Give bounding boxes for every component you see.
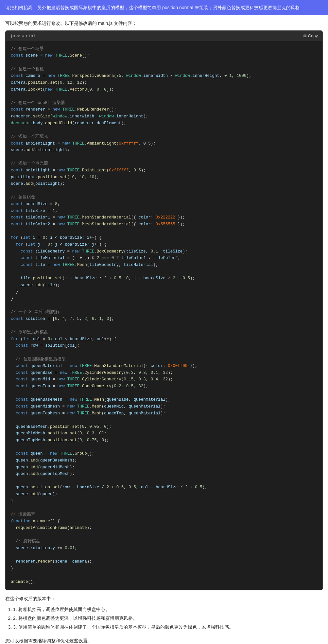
- intro-text: 可以按照您的要求进行修改。以下是修改后的 main.js 文件内容：: [0, 15, 328, 30]
- code-lang: javascript: [10, 33, 36, 38]
- summary-list: 1. 将相机抬高，调整位置并使其面向棋盘中心。 2. 将棋盘的颜色调整为更深，以…: [0, 604, 328, 634]
- summary-intro: 在这个修改后的版本中：: [0, 590, 328, 604]
- copy-button[interactable]: ⧉ Copy: [303, 33, 318, 39]
- prompt-banner: 请把相机抬高，另外把皇后替换成国际象棋中的皇后的模型，这个模型简单用 posit…: [0, 0, 328, 15]
- code-block-wrapper: javascript ⧉ Copy // 创建一个场景 const scene …: [5, 30, 323, 590]
- summary-intro-text: 在这个修改后的版本中：: [5, 596, 56, 601]
- prompt-text: 请把相机抬高，另外把皇后替换成国际象棋中的皇后的模型，这个模型简单用 posit…: [5, 5, 300, 10]
- list-item: 1. 将相机抬高，调整位置并使其面向棋盘中心。: [13, 605, 323, 614]
- code-body: // 创建一个场景 const scene = new THREE.Scene(…: [6, 41, 322, 590]
- footer-text: 您可以根据需要继续调整和优化这些设置。: [0, 633, 328, 644]
- copy-label: Copy: [308, 33, 318, 38]
- list-item: 3. 使用简单的圆锥体和圆柱体创建了一个国际象棋皇后的基本模型，皇后的颜色更改为…: [13, 623, 323, 631]
- copy-icon: ⧉: [303, 33, 306, 39]
- footer-content: 您可以根据需要继续调整和优化这些设置。: [5, 638, 92, 643]
- intro-content: 可以按照您的要求进行修改。以下是修改后的 main.js 文件内容：: [5, 21, 137, 26]
- code-content: // 创建一个场景 const scene = new THREE.Scene(…: [11, 46, 317, 585]
- code-header: javascript ⧉ Copy: [6, 31, 322, 41]
- list-item: 2. 将棋盘的颜色调整为更深，以增强科技感和赛博朋克风格。: [13, 614, 323, 622]
